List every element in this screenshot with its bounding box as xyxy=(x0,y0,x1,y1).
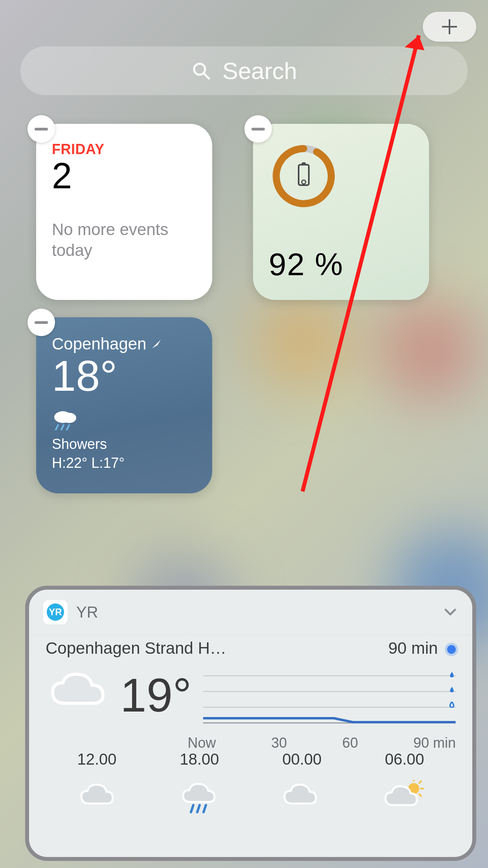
svg-line-18 xyxy=(204,805,206,812)
location-arrow-icon xyxy=(150,338,162,350)
svg-line-17 xyxy=(197,805,200,812)
svg-rect-5 xyxy=(302,162,306,165)
yr-app-icon: YR xyxy=(43,600,68,624)
svg-line-16 xyxy=(191,805,193,812)
svg-rect-4 xyxy=(299,165,309,185)
minus-icon xyxy=(251,128,265,131)
yr-chart-x-label: 30 xyxy=(271,735,287,751)
calendar-widget[interactable]: FRIDAY 2 No more events today xyxy=(36,124,212,300)
yr-precip-chart: Now 30 60 90 min xyxy=(203,668,456,731)
weather-condition: Showers xyxy=(52,436,196,452)
yr-app-name: YR xyxy=(76,603,98,621)
cloud-icon xyxy=(77,780,116,811)
yr-legacy-widget[interactable]: YR YR Copenhagen Strand H… 90 min 19° xyxy=(25,586,476,861)
yr-temperature: 19° xyxy=(120,668,191,722)
weather-temperature: 18° xyxy=(52,354,196,397)
svg-line-23 xyxy=(419,794,421,796)
search-placeholder: Search xyxy=(222,57,297,85)
cloud-icon xyxy=(280,780,319,811)
weather-city: Copenhagen xyxy=(52,335,147,353)
add-widget-button[interactable] xyxy=(423,12,476,42)
cloud-rain-icon xyxy=(178,780,218,815)
search-icon xyxy=(191,61,211,81)
svg-line-22 xyxy=(419,781,421,783)
yr-hour-label: 06.00 xyxy=(385,750,424,768)
weather-high-low: H:22° L:17° xyxy=(52,455,196,471)
calendar-events-text: No more events today xyxy=(52,219,196,261)
svg-line-10 xyxy=(61,425,64,430)
battery-widget[interactable]: 92 % xyxy=(253,124,429,300)
battery-ring-icon xyxy=(270,143,337,210)
yr-interval-label: 90 min xyxy=(388,639,438,657)
cloud-sun-icon xyxy=(382,780,425,811)
yr-chart-x-label: 90 min xyxy=(413,735,456,751)
yr-hour-label: 18.00 xyxy=(180,750,219,768)
svg-line-9 xyxy=(56,425,58,430)
yr-hour-label: 12.00 xyxy=(77,750,116,768)
yr-location: Copenhagen Strand H… xyxy=(46,639,226,658)
yr-hour-label: 00.00 xyxy=(282,750,321,768)
svg-point-8 xyxy=(62,413,76,423)
svg-point-6 xyxy=(302,180,306,184)
chevron-down-icon[interactable] xyxy=(442,604,458,620)
yr-chart-x-label: Now xyxy=(187,735,216,751)
calendar-day-number: 2 xyxy=(52,155,196,197)
battery-percent-text: 92 % xyxy=(269,246,343,283)
yr-chart-x-label: 60 xyxy=(342,735,358,751)
plus-icon xyxy=(440,18,459,36)
showers-icon xyxy=(52,409,78,431)
search-input[interactable]: Search xyxy=(20,46,468,95)
yr-interval-dot-icon xyxy=(447,645,456,654)
remove-widget-button[interactable] xyxy=(28,309,55,336)
remove-widget-button[interactable] xyxy=(28,115,55,143)
weather-widget[interactable]: Copenhagen 18° Showers H:22° L:17° xyxy=(36,317,212,493)
minus-icon xyxy=(35,128,48,131)
svg-line-1 xyxy=(204,74,209,79)
remove-widget-button[interactable] xyxy=(244,115,272,143)
cloud-icon xyxy=(46,668,108,715)
svg-line-11 xyxy=(67,425,69,430)
svg-point-3 xyxy=(270,143,337,210)
minus-icon xyxy=(35,321,48,324)
